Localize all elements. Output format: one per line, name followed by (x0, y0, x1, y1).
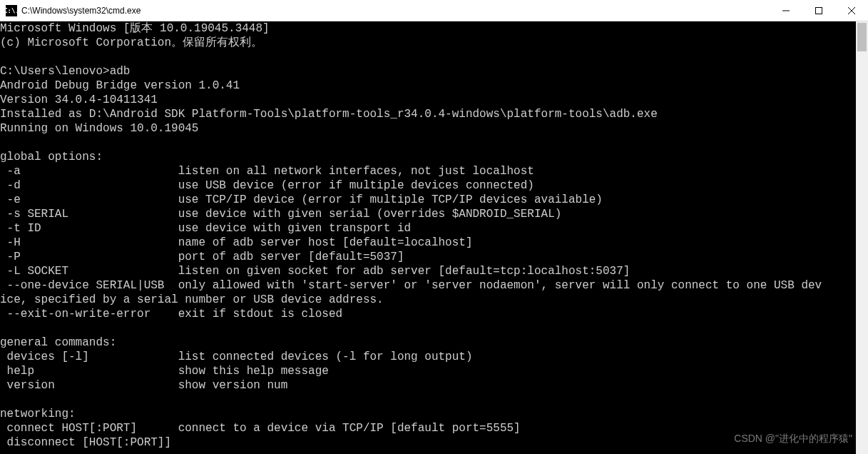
terminal-output[interactable]: Microsoft Windows [版本 10.0.19045.3448] (… (0, 21, 856, 454)
vertical-scrollbar[interactable] (856, 21, 868, 454)
close-icon (848, 7, 855, 14)
cmd-icon: C:\. (6, 5, 17, 16)
maximize-button[interactable] (802, 0, 835, 21)
terminal-area[interactable]: Microsoft Windows [版本 10.0.19045.3448] (… (0, 21, 868, 454)
window-controls (770, 0, 868, 21)
close-button[interactable] (835, 0, 868, 21)
window-titlebar: C:\. C:\Windows\system32\cmd.exe (0, 0, 868, 21)
window-title: C:\Windows\system32\cmd.exe (21, 6, 770, 16)
scrollbar-thumb[interactable] (857, 23, 867, 51)
svg-rect-1 (816, 7, 822, 14)
minimize-button[interactable] (770, 0, 802, 21)
maximize-icon (815, 7, 822, 14)
minimize-icon (782, 7, 790, 14)
